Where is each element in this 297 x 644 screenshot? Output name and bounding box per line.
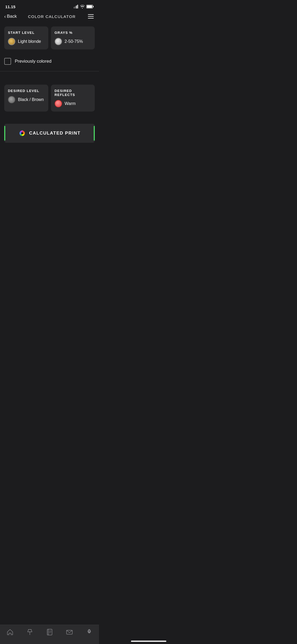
grays-value: 2-50-75% (65, 39, 83, 44)
status-bar: 11.15 (0, 0, 99, 12)
bottom-spacer (0, 147, 99, 200)
start-level-label: START LEVEL (8, 31, 45, 35)
wifi-icon (80, 5, 85, 8)
desired-level-dot (8, 96, 15, 103)
battery-icon (86, 5, 94, 8)
desired-reflects-value: Warm (65, 101, 76, 106)
menu-button[interactable] (87, 13, 95, 20)
calculated-print-button[interactable]: CALCULATED PRINT (4, 124, 95, 143)
desired-reflects-card[interactable]: DESIRED REFLECTS Warm (51, 85, 95, 112)
previously-colored-row: Previously colored (0, 53, 99, 71)
start-level-value-row: Light blonde (8, 38, 45, 45)
color-wheel-icon (18, 130, 26, 137)
svg-rect-6 (87, 5, 92, 8)
back-chevron-icon: ‹ (4, 14, 6, 19)
svg-rect-3 (77, 5, 78, 8)
back-button[interactable]: ‹ Back (4, 14, 17, 19)
status-icons (74, 5, 94, 8)
status-time: 11.15 (5, 4, 16, 9)
desired-reflects-value-row: Warm (55, 100, 91, 107)
start-cards-row: START LEVEL Light blonde GRAYS % 2-50-75… (4, 26, 95, 49)
start-level-value: Light blonde (18, 39, 41, 44)
svg-point-8 (21, 132, 23, 134)
svg-rect-0 (74, 7, 74, 8)
svg-rect-2 (76, 6, 77, 8)
desired-cards-row: DESIRED LEVEL Black / Brown DESIRED REFL… (4, 85, 95, 112)
svg-rect-5 (93, 6, 94, 7)
svg-rect-1 (75, 6, 76, 9)
calculated-print-label: CALCULATED PRINT (29, 131, 81, 136)
grays-dot (55, 38, 62, 45)
page-title: COLOR CALCULATOR (28, 14, 76, 19)
grays-label: GRAYS % (55, 31, 91, 35)
calculated-print-wrapper: CALCULATED PRINT (0, 119, 99, 147)
desired-level-value: Black / Brown (18, 97, 44, 102)
grays-card[interactable]: GRAYS % 2-50-75% (51, 26, 95, 49)
back-label: Back (7, 14, 17, 19)
desired-reflects-label: DESIRED REFLECTS (55, 89, 91, 97)
start-section: START LEVEL Light blonde GRAYS % 2-50-75… (0, 23, 99, 53)
desired-reflects-dot (55, 100, 62, 107)
desired-section: DESIRED LEVEL Black / Brown DESIRED REFL… (0, 71, 99, 117)
start-level-card[interactable]: START LEVEL Light blonde (4, 26, 48, 49)
nav-bar: ‹ Back COLOR CALCULATOR (0, 12, 99, 23)
desired-level-label: DESIRED LEVEL (8, 89, 45, 93)
desired-level-value-row: Black / Brown (8, 96, 45, 103)
signal-icon (74, 5, 78, 8)
previously-colored-label: Previously colored (15, 59, 51, 64)
previously-colored-checkbox[interactable] (4, 58, 11, 65)
desired-level-card[interactable]: DESIRED LEVEL Black / Brown (4, 85, 48, 112)
grays-value-row: 2-50-75% (55, 38, 91, 45)
start-level-dot (8, 38, 15, 45)
